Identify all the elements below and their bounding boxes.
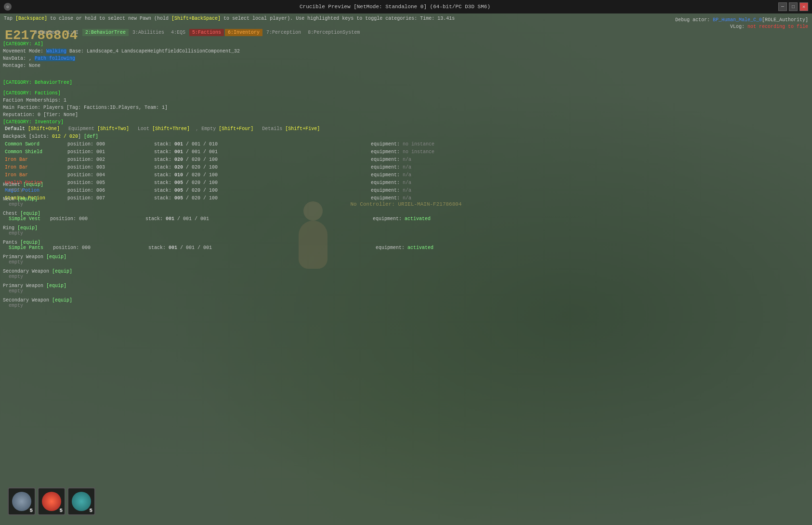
debug-actor-label: Debug actor:: [675, 17, 713, 23]
item-simple-vest: Simple Vest: [9, 216, 40, 222]
table-row: Common Shield position: 001 stack: 001 /…: [3, 148, 809, 156]
nav-tabs: 0:Navmesh 1:AI 2:BehaviorTree 3:Abilitie…: [31, 29, 363, 36]
category-factions: [CATEGORY: Factions] Faction Memberships…: [3, 90, 168, 118]
hotbar-slot-3[interactable]: 5: [67, 487, 95, 515]
tab-navmesh[interactable]: 0:Navmesh: [31, 29, 63, 36]
item-position: position: 000: [65, 141, 114, 148]
vest-stack: stack: 001 / 001 / 001: [145, 216, 209, 222]
tab-percsystem[interactable]: 8:PerceptionSystem: [305, 29, 363, 36]
nav-data: NavData: , Path following: [3, 55, 240, 62]
item-equipment: equipment: n/a: [369, 156, 809, 164]
window-controls: ─ □ ✕: [778, 2, 808, 11]
item-simple-pants: Simple Pants: [9, 245, 43, 250]
red-potion-icon: [42, 492, 61, 511]
teal-potion-icon: [72, 492, 91, 511]
restore-button[interactable]: □: [789, 2, 798, 11]
debug-panel: [CATEGORY: AI] Movement Mode: Walking Ba…: [3, 40, 240, 69]
table-row: Iron Bar position: 004 stack: 010 / 020 …: [3, 171, 809, 179]
main-content: Debug actor: BP_Human_Male_C_0[ROLE_Auth…: [0, 13, 812, 525]
slot-secondary-weapon-2: Secondary Weapon [equip] empty: [3, 298, 809, 308]
backpack-label: Backpack [slots: 012 / 020] [def]: [3, 134, 809, 139]
vlog-label: VLog:: [730, 24, 747, 29]
item-position: position: 001: [65, 148, 114, 156]
vest-equipment: equipment: activated: [373, 216, 431, 222]
item-name-common-shield: Common Shield: [3, 148, 65, 156]
inv-tab-details[interactable]: Details [Shift+Five]: [260, 126, 322, 132]
item-equipment: equipment: n/a: [369, 164, 809, 171]
tab-eqs[interactable]: 4:EQS: [168, 29, 188, 36]
slot-ring: Ring [equip] empty: [3, 225, 809, 236]
hotbar-slot-1-count: 5: [29, 508, 33, 513]
app-icon: ⚙: [4, 3, 12, 11]
slot-primary-weapon-1: Primary Weapon [equip] empty: [3, 254, 809, 265]
item-stack: stack: 020 / 020 / 100: [152, 156, 224, 164]
time-display: Time: 13.41s: [420, 16, 455, 21]
close-button[interactable]: ✕: [799, 2, 808, 11]
slot-secondary-weapon-1: Secondary Weapon [equip] empty: [3, 269, 809, 279]
slot-neck: Neck [equip] empty: [3, 197, 809, 207]
hotbar-slot-2-count: 5: [59, 508, 63, 513]
category-behavior-tree: [CATEGORY: BehaviorTree]: [3, 80, 72, 85]
item-name-common-sword: Common Sword: [3, 141, 65, 148]
pants-equipment: equipment: activated: [376, 245, 433, 250]
sword-icon: [12, 492, 31, 511]
minimize-button[interactable]: ─: [778, 2, 787, 11]
item-equipment: equipment: no instance: [369, 148, 809, 156]
slot-ring-empty: empty: [3, 231, 809, 236]
inventory-category-header: [CATEGORY: Inventory]: [3, 119, 809, 125]
tab-factions[interactable]: 5:Factions: [189, 29, 224, 36]
item-equipment: equipment: n/a: [369, 171, 809, 179]
table-row: Iron Bar position: 003 stack: 020 / 020 …: [3, 164, 809, 171]
tab-abilities[interactable]: 3:Abilities: [130, 29, 167, 36]
slot-chest: Chest [equip] Simple Vest position: 000 …: [3, 211, 809, 222]
inventory-tab-bar: Default [Shift+One] Equipment [Shift+Two…: [3, 126, 809, 132]
slot-helmet-empty: empty: [3, 187, 809, 193]
item-position: position: 002: [65, 156, 114, 164]
table-row: Iron Bar position: 002 stack: 020 / 020 …: [3, 156, 809, 164]
tab-perception[interactable]: 7:Perception: [263, 29, 304, 36]
slot-primary-weapon-1-empty: empty: [3, 260, 809, 265]
hotbar-slot-1[interactable]: 5: [8, 487, 36, 515]
vlog-line: VLog: not recording to file: [730, 24, 808, 29]
item-stack: stack: 020 / 020 / 100: [152, 164, 224, 171]
slot-primary-weapon-2: Primary Weapon [equip] empty: [3, 283, 809, 294]
item-stack: stack: 001 / 001 / 001: [152, 148, 224, 156]
tab-behavior[interactable]: 2:BehaviorTree: [82, 29, 129, 36]
hotbar-slot-2[interactable]: 5: [38, 487, 65, 515]
tab-inventory[interactable]: 6:Inventory: [225, 29, 262, 36]
inv-tab-default[interactable]: Default [Shift+One]: [3, 126, 62, 132]
movement-mode: Movement Mode: Walking Base: Landscape_4…: [3, 48, 240, 55]
slot-primary-weapon-2-empty: empty: [3, 289, 809, 294]
category-ai: [CATEGORY: AI]: [3, 40, 240, 48]
inv-tab-loot[interactable]: Loot [Shift+Three]: [136, 126, 192, 132]
title-bar: ⚙ Crucible Preview [NetMode: Standalone …: [0, 0, 812, 13]
item-name-iron-bar: Iron Bar: [3, 156, 65, 164]
item-position: position: 003: [65, 164, 114, 171]
equipment-slots: Helmet [equip] empty Neck [equip] empty …: [3, 182, 809, 312]
slot-secondary-weapon-2-empty: empty: [3, 303, 809, 308]
item-name-iron-bar: Iron Bar: [3, 164, 65, 171]
slot-neck-empty: empty: [3, 202, 809, 207]
window-title: Crucible Preview [NetMode: Standalone 0]…: [12, 4, 778, 10]
pants-stack: stack: 001 / 001 / 001: [148, 245, 212, 250]
inv-tab-empty[interactable]: Empty [Shift+Four]: [199, 126, 255, 132]
role-text: [ROLE_Authority]: [762, 17, 808, 23]
inv-tab-equipment[interactable]: Equipment [Shift+Two]: [66, 126, 131, 132]
debug-actor-name[interactable]: BP_Human_Male_C_0: [713, 17, 762, 23]
slot-helmet: Helmet [equip] empty: [3, 182, 809, 193]
item-stack: stack: 010 / 020 / 100: [152, 171, 224, 179]
pants-position: position: 000: [53, 245, 91, 250]
table-row: Common Sword position: 000 stack: 001 / …: [3, 141, 809, 148]
hint-text: Tap [Backspace] to close or hold to sele…: [4, 16, 455, 21]
slot-secondary-weapon-1-empty: empty: [3, 274, 809, 279]
vlog-value: not recording to file: [747, 24, 808, 29]
item-name-iron-bar: Iron Bar: [3, 171, 65, 179]
item-stack: stack: 001 / 001 / 010: [152, 141, 224, 148]
slot-pants: Pants [equip] Simple Pants position: 000…: [3, 240, 809, 250]
tab-ai[interactable]: 1:AI: [64, 29, 81, 36]
item-position: position: 004: [65, 171, 114, 179]
hotbar-slot-3-count: 5: [89, 508, 92, 513]
item-equipment: equipment: no instance: [369, 141, 809, 148]
debug-actor-line: Debug actor: BP_Human_Male_C_0[ROLE_Auth…: [675, 17, 808, 23]
hotbar: 5 5 5: [8, 487, 95, 515]
